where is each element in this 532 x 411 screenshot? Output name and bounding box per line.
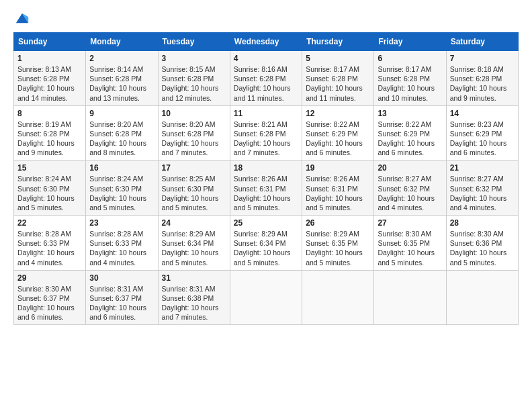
calendar: SundayMondayTuesdayWednesdayThursdayFrid…	[13, 32, 519, 325]
day-number: 2	[89, 54, 154, 63]
calendar-cell: 30Sunrise: 8:31 AM Sunset: 6:37 PM Dayli…	[86, 270, 158, 325]
calendar-cell: 25Sunrise: 8:29 AM Sunset: 6:34 PM Dayli…	[230, 216, 302, 271]
calendar-cell: 5Sunrise: 8:17 AM Sunset: 6:28 PM Daylig…	[302, 51, 374, 106]
day-number: 17	[162, 163, 226, 173]
calendar-cell: 4Sunrise: 8:16 AM Sunset: 6:28 PM Daylig…	[230, 51, 302, 106]
page: SundayMondayTuesdayWednesdayThursdayFrid…	[0, 0, 532, 411]
header	[13, 11, 519, 26]
day-info: Sunrise: 8:20 AM Sunset: 6:28 PM Dayligh…	[89, 120, 154, 158]
day-number: 22	[17, 218, 82, 228]
day-info: Sunrise: 8:18 AM Sunset: 6:28 PM Dayligh…	[450, 64, 515, 103]
day-info: Sunrise: 8:14 AM Sunset: 6:28 PM Dayligh…	[89, 64, 154, 103]
weekday-friday: Friday	[374, 33, 446, 51]
calendar-cell: 16Sunrise: 8:24 AM Sunset: 6:30 PM Dayli…	[86, 161, 158, 216]
calendar-cell: 18Sunrise: 8:26 AM Sunset: 6:31 PM Dayli…	[230, 161, 302, 216]
day-number: 13	[378, 109, 442, 118]
week-row-3: 15Sunrise: 8:24 AM Sunset: 6:30 PM Dayli…	[14, 161, 519, 216]
day-number: 1	[17, 54, 82, 63]
weekday-sunday: Sunday	[14, 33, 86, 51]
calendar-cell: 22Sunrise: 8:28 AM Sunset: 6:33 PM Dayli…	[14, 216, 86, 271]
day-info: Sunrise: 8:31 AM Sunset: 6:37 PM Dayligh…	[89, 284, 154, 322]
day-info: Sunrise: 8:22 AM Sunset: 6:29 PM Dayligh…	[306, 120, 370, 158]
day-info: Sunrise: 8:28 AM Sunset: 6:33 PM Dayligh…	[17, 229, 82, 267]
day-number: 15	[17, 163, 82, 173]
logo	[13, 11, 30, 26]
calendar-cell: 29Sunrise: 8:30 AM Sunset: 6:37 PM Dayli…	[14, 270, 86, 325]
day-number: 3	[162, 54, 226, 63]
day-info: Sunrise: 8:23 AM Sunset: 6:29 PM Dayligh…	[450, 120, 515, 158]
day-number: 8	[17, 109, 82, 118]
calendar-cell: 15Sunrise: 8:24 AM Sunset: 6:30 PM Dayli…	[14, 161, 86, 216]
day-number: 4	[234, 54, 298, 63]
week-row-4: 22Sunrise: 8:28 AM Sunset: 6:33 PM Dayli…	[14, 216, 519, 271]
calendar-cell: 23Sunrise: 8:28 AM Sunset: 6:33 PM Dayli…	[86, 216, 158, 271]
weekday-monday: Monday	[86, 33, 158, 51]
calendar-cell: 24Sunrise: 8:29 AM Sunset: 6:34 PM Dayli…	[158, 216, 230, 271]
calendar-cell: 12Sunrise: 8:22 AM Sunset: 6:29 PM Dayli…	[302, 105, 374, 161]
day-info: Sunrise: 8:27 AM Sunset: 6:32 PM Dayligh…	[450, 174, 515, 212]
day-info: Sunrise: 8:29 AM Sunset: 6:34 PM Dayligh…	[162, 229, 226, 267]
weekday-wednesday: Wednesday	[230, 33, 302, 51]
calendar-cell: 19Sunrise: 8:26 AM Sunset: 6:31 PM Dayli…	[302, 161, 374, 216]
calendar-cell: 27Sunrise: 8:30 AM Sunset: 6:35 PM Dayli…	[374, 216, 446, 271]
day-number: 23	[89, 218, 154, 228]
day-number: 21	[450, 163, 515, 173]
day-info: Sunrise: 8:16 AM Sunset: 6:28 PM Dayligh…	[234, 64, 298, 103]
day-info: Sunrise: 8:31 AM Sunset: 6:38 PM Dayligh…	[162, 284, 226, 322]
day-info: Sunrise: 8:24 AM Sunset: 6:30 PM Dayligh…	[17, 174, 82, 212]
calendar-cell: 6Sunrise: 8:17 AM Sunset: 6:28 PM Daylig…	[374, 51, 446, 106]
week-row-2: 8Sunrise: 8:19 AM Sunset: 6:28 PM Daylig…	[14, 105, 519, 161]
day-number: 19	[306, 163, 370, 173]
day-number: 24	[162, 218, 226, 228]
day-number: 9	[89, 109, 154, 118]
day-info: Sunrise: 8:29 AM Sunset: 6:35 PM Dayligh…	[306, 229, 370, 267]
day-number: 18	[234, 163, 298, 173]
calendar-cell: 1Sunrise: 8:13 AM Sunset: 6:28 PM Daylig…	[14, 51, 86, 106]
weekday-saturday: Saturday	[446, 33, 518, 51]
day-number: 12	[306, 109, 370, 118]
calendar-cell: 26Sunrise: 8:29 AM Sunset: 6:35 PM Dayli…	[302, 216, 374, 271]
calendar-cell: 9Sunrise: 8:20 AM Sunset: 6:28 PM Daylig…	[86, 105, 158, 161]
day-info: Sunrise: 8:30 AM Sunset: 6:37 PM Dayligh…	[17, 284, 82, 322]
day-info: Sunrise: 8:28 AM Sunset: 6:33 PM Dayligh…	[89, 229, 154, 267]
calendar-cell: 21Sunrise: 8:27 AM Sunset: 6:32 PM Dayli…	[446, 161, 518, 216]
day-number: 10	[162, 109, 226, 118]
calendar-cell	[302, 270, 374, 325]
calendar-cell: 13Sunrise: 8:22 AM Sunset: 6:29 PM Dayli…	[374, 105, 446, 161]
day-info: Sunrise: 8:17 AM Sunset: 6:28 PM Dayligh…	[378, 64, 442, 103]
logo-icon	[15, 11, 30, 26]
day-number: 28	[450, 218, 515, 228]
day-number: 5	[306, 54, 370, 63]
calendar-cell: 11Sunrise: 8:21 AM Sunset: 6:28 PM Dayli…	[230, 105, 302, 161]
day-info: Sunrise: 8:15 AM Sunset: 6:28 PM Dayligh…	[162, 64, 226, 103]
day-info: Sunrise: 8:19 AM Sunset: 6:28 PM Dayligh…	[17, 120, 82, 158]
day-number: 29	[17, 273, 82, 283]
day-info: Sunrise: 8:20 AM Sunset: 6:28 PM Dayligh…	[162, 120, 226, 158]
day-number: 25	[234, 218, 298, 228]
day-info: Sunrise: 8:29 AM Sunset: 6:34 PM Dayligh…	[234, 229, 298, 267]
day-info: Sunrise: 8:22 AM Sunset: 6:29 PM Dayligh…	[378, 120, 442, 158]
day-number: 7	[450, 54, 515, 63]
calendar-cell: 20Sunrise: 8:27 AM Sunset: 6:32 PM Dayli…	[374, 161, 446, 216]
calendar-cell: 3Sunrise: 8:15 AM Sunset: 6:28 PM Daylig…	[158, 51, 230, 106]
day-number: 11	[234, 109, 298, 118]
calendar-cell: 28Sunrise: 8:30 AM Sunset: 6:36 PM Dayli…	[446, 216, 518, 271]
calendar-cell: 17Sunrise: 8:25 AM Sunset: 6:30 PM Dayli…	[158, 161, 230, 216]
day-info: Sunrise: 8:13 AM Sunset: 6:28 PM Dayligh…	[17, 64, 82, 103]
day-info: Sunrise: 8:27 AM Sunset: 6:32 PM Dayligh…	[378, 174, 442, 212]
day-number: 30	[89, 273, 154, 283]
day-info: Sunrise: 8:25 AM Sunset: 6:30 PM Dayligh…	[162, 174, 226, 212]
calendar-cell: 10Sunrise: 8:20 AM Sunset: 6:28 PM Dayli…	[158, 105, 230, 161]
weekday-tuesday: Tuesday	[158, 33, 230, 51]
day-number: 16	[89, 163, 154, 173]
calendar-cell	[374, 270, 446, 325]
calendar-cell: 14Sunrise: 8:23 AM Sunset: 6:29 PM Dayli…	[446, 105, 518, 161]
day-number: 14	[450, 109, 515, 118]
day-info: Sunrise: 8:30 AM Sunset: 6:35 PM Dayligh…	[378, 229, 442, 267]
day-info: Sunrise: 8:26 AM Sunset: 6:31 PM Dayligh…	[306, 174, 370, 212]
calendar-cell: 7Sunrise: 8:18 AM Sunset: 6:28 PM Daylig…	[446, 51, 518, 106]
day-info: Sunrise: 8:21 AM Sunset: 6:28 PM Dayligh…	[234, 120, 298, 158]
day-info: Sunrise: 8:26 AM Sunset: 6:31 PM Dayligh…	[234, 174, 298, 212]
day-info: Sunrise: 8:17 AM Sunset: 6:28 PM Dayligh…	[306, 64, 370, 103]
day-info: Sunrise: 8:30 AM Sunset: 6:36 PM Dayligh…	[450, 229, 515, 267]
